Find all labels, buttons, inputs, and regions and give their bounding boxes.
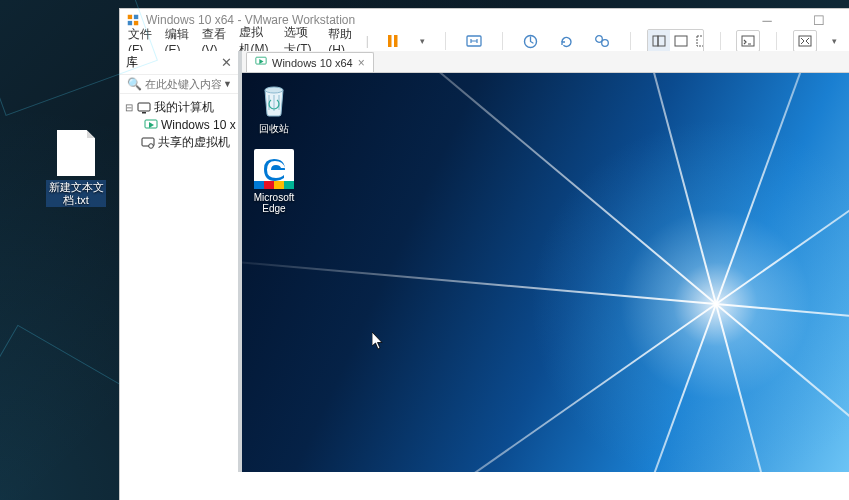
close-tab-button[interactable]: ×	[358, 56, 365, 70]
computer-icon	[137, 101, 151, 115]
library-sidebar: 库 ✕ 🔍 ▼ ⊟ 我的计算机	[120, 51, 242, 472]
separator	[630, 32, 631, 50]
search-dropdown-icon[interactable]: ▼	[221, 79, 234, 89]
edge-icon	[254, 149, 294, 189]
fullscreen-dropdown[interactable]: ▾	[829, 30, 841, 52]
power-dropdown[interactable]: ▾	[417, 30, 429, 52]
separator	[776, 32, 777, 50]
library-title: 库	[126, 54, 138, 71]
console-view-button[interactable]	[736, 30, 760, 52]
text-file-icon	[57, 130, 95, 176]
separator	[502, 32, 503, 50]
recycle-bin-icon	[254, 79, 294, 119]
svg-rect-13	[697, 36, 704, 46]
shared-icon	[141, 136, 155, 150]
guest-area: Windows 10 x64 ×	[242, 51, 849, 472]
vmware-logo-icon	[126, 13, 140, 27]
win10-hero-rays	[242, 73, 849, 472]
svg-rect-27	[274, 181, 284, 189]
search-input[interactable]	[145, 78, 221, 90]
collapse-icon[interactable]: ⊟	[124, 102, 134, 113]
svg-rect-19	[142, 112, 146, 114]
host-desktop-file-icon[interactable]: 新建文本文 档.txt	[46, 130, 106, 207]
tab-label: Windows 10 x64	[272, 57, 353, 69]
svg-rect-4	[388, 35, 392, 47]
titlebar[interactable]: Windows 10 x64 - VMware Workstation ─ ☐	[120, 9, 849, 31]
tree-vm-win10[interactable]: Windows 10 x64	[122, 117, 236, 133]
menubar: 文件(F) 编辑(E) 查看(V) 虚拟机(M) 选项卡(T) 帮助(H) | …	[120, 31, 849, 51]
view-mode-group	[647, 29, 704, 53]
svg-rect-2	[128, 21, 132, 25]
svg-rect-17	[799, 36, 811, 46]
tree-label: Windows 10 x64	[161, 118, 236, 132]
vm-running-icon	[255, 56, 267, 69]
minimize-button[interactable]: ─	[747, 13, 787, 28]
view-single-button[interactable]	[670, 30, 692, 52]
icon-label: Microsoft Edge	[254, 192, 295, 214]
view-quickswitch-button[interactable]	[692, 30, 704, 52]
manage-snapshots-button[interactable]	[590, 30, 614, 52]
guest-recycle-bin[interactable]: 回收站	[246, 79, 302, 136]
library-tree: ⊟ 我的计算机 Windows 10 x64	[120, 94, 238, 156]
svg-rect-25	[254, 181, 264, 189]
svg-rect-10	[653, 36, 658, 46]
svg-rect-1	[134, 15, 138, 19]
tab-win10[interactable]: Windows 10 x64 ×	[246, 52, 374, 72]
menu-sep: |	[366, 34, 369, 48]
guest-desktop[interactable]: 回收站 Microsoft Edge	[242, 73, 849, 472]
vm-running-icon	[144, 118, 158, 132]
guest-edge[interactable]: Microsoft Edge	[246, 149, 302, 214]
separator	[720, 32, 721, 50]
svg-rect-0	[128, 15, 132, 19]
svg-rect-12	[675, 36, 687, 46]
svg-point-24	[265, 87, 283, 93]
svg-rect-28	[284, 181, 294, 189]
svg-rect-18	[138, 103, 150, 111]
host-file-label: 新建文本文 档.txt	[46, 180, 106, 207]
menu-file[interactable]: 文件(F)	[128, 26, 153, 57]
pause-button[interactable]	[381, 30, 405, 52]
svg-rect-26	[264, 181, 274, 189]
svg-rect-3	[134, 21, 138, 25]
svg-point-9	[602, 40, 609, 47]
search-icon: 🔍	[127, 77, 142, 91]
tree-shared-vms[interactable]: 共享的虚拟机	[122, 133, 236, 152]
view-console-button[interactable]	[648, 30, 670, 52]
host-desktop: 新建文本文 档.txt Windows 10 x64 - VMware Work…	[0, 0, 849, 500]
revert-snapshot-button[interactable]	[554, 30, 578, 52]
svg-rect-5	[394, 35, 398, 47]
svg-point-22	[149, 143, 154, 148]
fullscreen-button[interactable]	[793, 30, 817, 52]
close-library-button[interactable]: ✕	[221, 55, 232, 70]
snapshot-button[interactable]	[518, 30, 542, 52]
svg-point-8	[596, 36, 603, 43]
tabstrip: Windows 10 x64 ×	[242, 51, 849, 73]
cursor-icon	[372, 332, 384, 350]
separator	[445, 32, 446, 50]
tree-label: 我的计算机	[154, 99, 214, 116]
tree-my-computer[interactable]: ⊟ 我的计算机	[122, 98, 236, 117]
tree-label: 共享的虚拟机	[158, 134, 230, 151]
library-search[interactable]: 🔍 ▼	[120, 75, 238, 94]
vmware-window: Windows 10 x64 - VMware Workstation ─ ☐ …	[119, 8, 849, 500]
maximize-button[interactable]: ☐	[799, 13, 839, 28]
send-ctrlaltdel-button[interactable]	[462, 30, 486, 52]
svg-rect-11	[658, 36, 665, 46]
icon-label: 回收站	[259, 123, 289, 134]
